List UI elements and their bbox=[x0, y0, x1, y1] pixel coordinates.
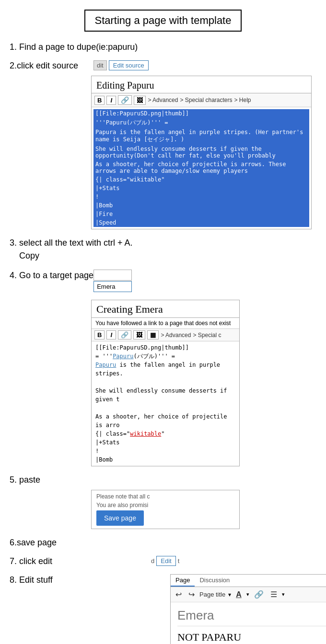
c-line-6 bbox=[95, 404, 235, 412]
ve-tabs: Page Discussion bbox=[171, 575, 326, 587]
editing-title: Editing Papuru bbox=[92, 76, 311, 93]
special-chars-menu[interactable]: > Special characters bbox=[180, 97, 232, 103]
dropdown-chevron-icon[interactable]: ▾ bbox=[228, 591, 231, 598]
selected-line-4: She will endlessly consume desserts if g… bbox=[93, 145, 309, 160]
link-btn[interactable]: 🔗 bbox=[118, 95, 132, 105]
page-title-dropdown[interactable]: Page title bbox=[199, 591, 225, 598]
c-line-7: As a shooter, her choice of projectile i… bbox=[95, 412, 235, 429]
c-line-5: She will endlessly consume desserts if g… bbox=[95, 386, 235, 404]
visual-editor-box: Page Discussion ↩ ↪ Page title ▾ A ▾ 🔗 ☰… bbox=[170, 574, 326, 644]
italic-btn[interactable]: I bbox=[106, 96, 116, 105]
selected-line-10: |Fire bbox=[93, 210, 309, 218]
ve-toolbar: ↩ ↪ Page title ▾ A ▾ 🔗 ☰ ▾ bbox=[171, 587, 326, 602]
c-line-8: {| class="wikitable" bbox=[95, 429, 235, 438]
creating-title: Creating Emera bbox=[92, 300, 239, 318]
save-page-button[interactable]: Save page bbox=[96, 510, 144, 526]
editor-toolbar: B I 🔗 🖼 > Advanced > Special characters … bbox=[92, 93, 311, 107]
create-image-btn[interactable]: 🖼 bbox=[133, 330, 145, 339]
creating-notice: You have followed a link to a page that … bbox=[92, 318, 239, 328]
page-name-input[interactable]: Emera bbox=[177, 606, 326, 626]
selected-line-6: {| class="wikitable" bbox=[93, 175, 309, 184]
edit-button[interactable]: Edit bbox=[156, 556, 175, 566]
step-3-label: 3. select all the text with ctrl + A. bbox=[10, 237, 133, 248]
ve-list-chevron: ▾ bbox=[282, 591, 285, 598]
search-dropdown-item[interactable]: Emera bbox=[93, 281, 132, 292]
create-advanced[interactable]: > Advanced bbox=[161, 332, 191, 339]
selected-line-5: As a shooter, her choice of projectile i… bbox=[93, 160, 309, 175]
c-line-10: ! bbox=[95, 447, 235, 455]
selected-line-8: ! bbox=[93, 192, 309, 201]
c-line-3: Papuru is the fallen angel in purple str… bbox=[95, 361, 235, 378]
create-table-btn[interactable]: ▦ bbox=[147, 330, 159, 339]
creating-emera-box: Creating Emera You have followed a link … bbox=[91, 300, 240, 466]
advanced-menu[interactable]: > Advanced bbox=[148, 97, 178, 103]
text-style-chevron: ▾ bbox=[246, 591, 249, 598]
c-line-2: = '''Papuru(パブル)''' = bbox=[95, 352, 235, 361]
save-notice-2: You are also promisi bbox=[96, 502, 234, 508]
selected-line-2: '''Papuru(パブル)''' = bbox=[93, 118, 309, 128]
image-btn[interactable]: 🖼 bbox=[134, 96, 146, 105]
step-1-label: 1. Find a page to dupe(ie:papuru) bbox=[10, 41, 138, 52]
bold-btn[interactable]: B bbox=[94, 96, 105, 105]
editor-content: [[File:PapuruSD.png|thumb]] '''Papuru(パブ… bbox=[92, 107, 311, 229]
ve-link-btn[interactable]: 🔗 bbox=[252, 589, 266, 600]
help-menu[interactable]: > Help bbox=[234, 97, 251, 103]
creating-toolbar: B I 🔗 🖼 ▦ > Advanced > Special c bbox=[92, 328, 239, 341]
c-line-1: [[File:PapuruSD.png|thumb]] bbox=[95, 343, 235, 352]
step-7-label: 7. click edit bbox=[10, 555, 89, 566]
step-4-label: 4. Go to a target page bbox=[10, 270, 93, 281]
undo-btn[interactable]: ↩ bbox=[174, 589, 184, 600]
text-style-btn[interactable]: A bbox=[234, 589, 244, 600]
search-input[interactable] bbox=[93, 270, 132, 281]
save-notice-1: Please note that all c bbox=[96, 493, 234, 500]
selected-line-9: |Bomb bbox=[93, 201, 309, 210]
c-line-4 bbox=[95, 378, 235, 386]
c-line-11: |Bomb bbox=[95, 455, 235, 464]
editing-papuru-box: Editing Papuru B I 🔗 🖼 > Advanced > Spec… bbox=[91, 76, 312, 229]
create-link-btn[interactable]: 🔗 bbox=[118, 330, 131, 339]
edit-tab-dit[interactable]: dit bbox=[93, 60, 107, 70]
step-2-label: 2.click edit source bbox=[10, 60, 89, 71]
ve-heading: NOT PAPARU bbox=[177, 631, 326, 644]
ve-tab-page[interactable]: Page bbox=[171, 575, 195, 587]
step-8-label: 8. Edit stuff bbox=[10, 574, 89, 585]
save-page-box: Please note that all c You are also prom… bbox=[91, 490, 240, 529]
edit-tab-source[interactable]: Edit source bbox=[109, 60, 149, 70]
step-5-label: 5. paste bbox=[10, 474, 89, 485]
selected-line-11: |Speed bbox=[93, 218, 309, 227]
create-bold-btn[interactable]: B bbox=[94, 330, 105, 339]
ve-content: Emera NOT PAPARU Papuru Papuru is the fa… bbox=[171, 602, 326, 644]
selected-line-1: [[File:PapuruSD.png|thumb]] bbox=[93, 109, 309, 118]
edit-bar-d: d bbox=[151, 557, 154, 565]
redo-btn[interactable]: ↪ bbox=[186, 589, 197, 600]
edit-bar-t: t bbox=[178, 557, 180, 565]
create-special[interactable]: > Special c bbox=[193, 332, 221, 339]
ve-list-btn[interactable]: ☰ bbox=[268, 589, 279, 600]
selected-line-7: |+Stats bbox=[93, 184, 309, 192]
step-6-label: 6.save page bbox=[10, 537, 89, 548]
ve-tab-discussion[interactable]: Discussion bbox=[195, 575, 234, 587]
create-italic-btn[interactable]: I bbox=[106, 330, 116, 339]
copy-label: Copy bbox=[19, 251, 316, 261]
creating-editor: [[File:PapuruSD.png|thumb]] = '''Papuru(… bbox=[92, 341, 239, 466]
c-line-9: |+Stats bbox=[95, 438, 235, 447]
selected-line-3: Papura is the fallen angel in purple str… bbox=[93, 128, 309, 145]
page-title: Starting a page with template bbox=[84, 10, 242, 32]
